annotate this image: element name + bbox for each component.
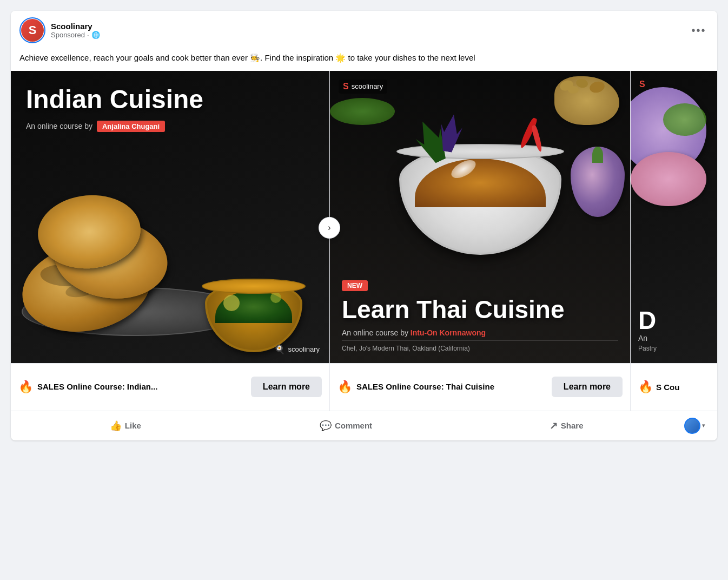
more-options-button[interactable]: ••• (689, 21, 709, 40)
header-info: Scoolinary Sponsored · 🌐 (51, 22, 100, 39)
thai-curry (415, 159, 546, 207)
thai-title: Learn Thai Cuisine (342, 296, 618, 322)
third-subtitle: An (638, 334, 657, 342)
thai-image: S scoolinary NEW Learn Thai Cuisine An o… (330, 71, 630, 363)
avatar-letter: S (21, 19, 44, 42)
bowl-rim (202, 279, 306, 294)
thai-course-prefix: An online course by (342, 328, 408, 337)
post-text: Achieve excellence, reach your goals and… (11, 50, 717, 71)
indian-footer-left: 🔥 SALES Online Course: Indian... (18, 380, 158, 394)
garnish-1 (223, 295, 240, 311)
like-button[interactable]: 👍 Like (15, 416, 236, 436)
more-dots: ••• (691, 24, 706, 37)
carousel-item-thai: S scoolinary NEW Learn Thai Cuisine An o… (330, 71, 631, 411)
thai-chef-info: Chef, Jo's Modern Thai, Oakland (Califor… (342, 340, 618, 352)
thai-new-badge: NEW (342, 280, 368, 291)
like-icon: 👍 (110, 420, 122, 432)
thai-footer-left: 🔥 SALES Online Course: Thai Cuisine (337, 380, 494, 394)
thai-bowl-outer (399, 147, 561, 255)
third-s: S (639, 80, 645, 89)
indian-image: Indian Cuisine An online course by Anjal… (11, 71, 329, 363)
thai-course-title: SALES Online Course: Thai Cuisine (356, 381, 494, 392)
dot-separator: · (87, 31, 89, 39)
thai-footer: 🔥 SALES Online Course: Thai Cuisine Lear… (330, 363, 630, 411)
thai-logo: S scoolinary (339, 80, 387, 94)
page-avatar[interactable]: S (19, 17, 45, 43)
chef-hat-icon: 🍳 (274, 344, 285, 354)
indian-subtitle-row: An online course by Anjalina Chugani (26, 121, 203, 132)
comment-icon: 💬 (320, 420, 332, 432)
indian-fire-icon: 🔥 (18, 380, 33, 394)
indian-title: Indian Cuisine (26, 86, 203, 113)
third-an: An (638, 334, 647, 342)
share-label: Share (561, 421, 584, 430)
thai-learn-more-button[interactable]: Learn more (552, 377, 623, 397)
third-image: S D An Pastry (631, 71, 717, 363)
thai-logo-s: S (343, 82, 349, 91)
share-icon: ↗ (550, 420, 558, 432)
third-footer: 🔥 S Cou (631, 363, 717, 411)
indian-logo-text: scoolinary (288, 345, 320, 353)
thai-subtitle: An online course by Intu-On Kornnawong (342, 328, 618, 337)
carousel-next-arrow[interactable]: › (319, 217, 340, 239)
carousel-container: Indian Cuisine An online course by Anjal… (11, 71, 717, 411)
chevron-down-icon: ▾ (702, 422, 705, 429)
third-text-overlay: D An Pastry (638, 307, 657, 352)
page-name[interactable]: Scoolinary (51, 22, 100, 31)
garnish-2 (270, 292, 281, 303)
nut-3 (568, 86, 579, 94)
third-course-title: S Cou (656, 383, 679, 392)
thai-author: Intu-On Kornnawong (411, 328, 486, 337)
comment-button[interactable]: 💬 Comment (236, 416, 456, 436)
third-fire-icon: 🔥 (638, 380, 653, 394)
indian-text-overlay: Indian Cuisine An online course by Anjal… (26, 86, 203, 132)
header-left: S Scoolinary Sponsored · 🌐 (19, 17, 100, 43)
like-label: Like (125, 421, 141, 430)
thai-logo-text: scoolinary (352, 82, 383, 90)
onion-stem (592, 147, 603, 163)
thai-bowl-group (386, 114, 575, 255)
sponsored-label: Sponsored (51, 31, 85, 39)
indian-logo: 🍳 scoolinary (274, 344, 320, 354)
indian-course-title: SALES Online Course: Indian... (37, 381, 158, 392)
carousel-item-third: S D An Pastry 🔥 S Cou (631, 71, 717, 411)
thai-text-overlay: NEW Learn Thai Cuisine An online course … (342, 280, 618, 352)
share-button[interactable]: ↗ Share (456, 416, 677, 436)
sponsored-row: Sponsored · 🌐 (51, 31, 100, 39)
macaron-pink (631, 152, 706, 206)
facebook-post-card: S Scoolinary Sponsored · 🌐 ••• Achieve e… (11, 11, 717, 440)
profile-reaction-area[interactable]: ▾ (677, 413, 713, 438)
action-bar: 👍 Like 💬 Comment ↗ Share ▾ (11, 411, 717, 440)
globe-icon: 🌐 (91, 31, 100, 39)
nut-4 (588, 80, 606, 94)
third-title: D (638, 307, 657, 333)
third-pastry-label: Pastry (638, 345, 657, 352)
green-powder-3 (663, 103, 706, 136)
third-logo: S (639, 80, 645, 89)
indian-course-prefix: An online course by (26, 122, 92, 130)
profile-circle (684, 418, 700, 434)
indian-footer: 🔥 SALES Online Course: Indian... Learn m… (11, 363, 329, 411)
post-header: S Scoolinary Sponsored · 🌐 ••• (11, 11, 717, 50)
indian-learn-more-button[interactable]: Learn more (251, 377, 322, 397)
carousel-item-indian: Indian Cuisine An online course by Anjal… (11, 71, 330, 411)
comment-label: Comment (335, 421, 372, 430)
thai-fire-icon: 🔥 (337, 380, 352, 394)
indian-author-tag: Anjalina Chugani (97, 121, 165, 132)
